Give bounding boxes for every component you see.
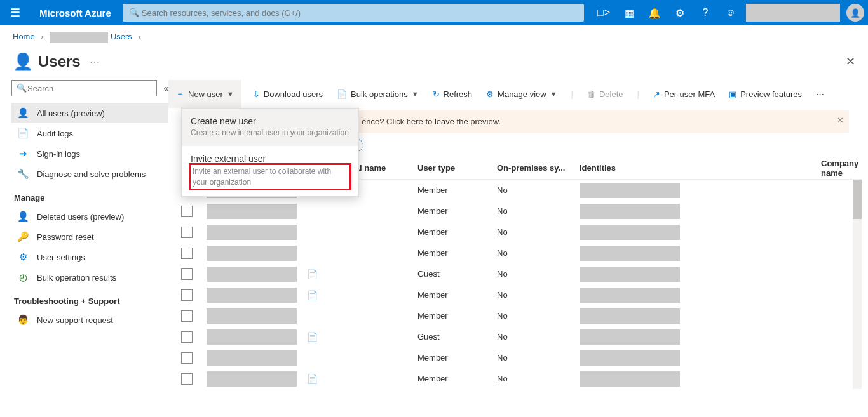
banner-text: ence? Click here to leave the preview. bbox=[362, 117, 501, 126]
table-row[interactable]: MemberNo bbox=[181, 305, 862, 326]
hamburger-icon[interactable]: ☰ bbox=[0, 6, 31, 20]
breadcrumb-users[interactable]: Users bbox=[111, 32, 132, 41]
display-name-redacted bbox=[207, 225, 297, 240]
manage-view-button[interactable]: ⚙Manage view▼ bbox=[486, 89, 557, 99]
directories-icon[interactable]: ▦ bbox=[616, 7, 642, 19]
account-avatar[interactable]: 👤 bbox=[843, 4, 868, 22]
copy-icon[interactable]: 📄 bbox=[307, 269, 318, 279]
cell-onprem: No bbox=[497, 353, 580, 362]
row-checkbox[interactable] bbox=[181, 268, 193, 280]
chevron-down-icon: ▼ bbox=[412, 90, 419, 98]
cell-onprem: No bbox=[497, 269, 580, 279]
more-icon[interactable]: ⋯ bbox=[90, 56, 101, 68]
invite-external-user-item[interactable]: Invite external user Invite an external … bbox=[182, 146, 358, 197]
btn-label: New user bbox=[188, 89, 223, 99]
notifications-icon[interactable]: 🔔 bbox=[642, 7, 667, 19]
cell-onprem: No bbox=[497, 332, 580, 341]
trash-icon: 🗑 bbox=[587, 89, 595, 99]
download-users-button[interactable]: ⇩Download users bbox=[253, 89, 323, 99]
identities-redacted bbox=[580, 246, 680, 261]
nav-deleted-users[interactable]: 👤Deleted users (preview) bbox=[11, 206, 168, 227]
close-icon[interactable]: ✕ bbox=[846, 55, 855, 69]
identities-redacted bbox=[580, 350, 680, 366]
nav-password-reset[interactable]: 🔑Password reset bbox=[11, 227, 168, 247]
scrollbar-thumb[interactable] bbox=[853, 180, 862, 219]
nav-label: Sign-in logs bbox=[37, 149, 80, 159]
col-usertype[interactable]: User type bbox=[417, 163, 497, 173]
table-row[interactable]: MemberNo bbox=[181, 201, 862, 222]
settings-icon[interactable]: ⚙ bbox=[667, 7, 693, 19]
collapse-icon[interactable]: « bbox=[163, 83, 168, 93]
nav-group-troubleshoot: Troubleshooting + Support bbox=[14, 296, 168, 306]
copy-icon[interactable]: 📄 bbox=[307, 290, 318, 300]
dropdown-item-desc: Invite an external user to collaborate w… bbox=[191, 165, 349, 189]
table-row[interactable]: MemberNo bbox=[181, 222, 862, 242]
row-checkbox[interactable] bbox=[181, 248, 193, 259]
nav-bulk-results[interactable]: ◴Bulk operation results bbox=[11, 267, 168, 288]
chevron-down-icon: ▼ bbox=[227, 90, 234, 98]
row-checkbox[interactable] bbox=[181, 352, 193, 364]
table-row[interactable]: 📄GuestNo bbox=[181, 326, 862, 347]
new-user-button[interactable]: ＋New user▼ bbox=[168, 80, 241, 108]
row-checkbox[interactable] bbox=[181, 331, 193, 343]
row-checkbox[interactable] bbox=[181, 373, 193, 385]
nav-user-settings[interactable]: ⚙User settings bbox=[11, 247, 168, 267]
copy-icon[interactable]: 📄 bbox=[307, 374, 318, 384]
feedback-icon[interactable]: ☺ bbox=[718, 7, 743, 18]
col-identities[interactable]: Identities bbox=[580, 163, 691, 173]
table-row[interactable]: 📄GuestNo bbox=[181, 263, 862, 284]
overflow-button[interactable]: ⋯ bbox=[816, 89, 824, 99]
col-company[interactable]: Company name bbox=[821, 159, 862, 178]
per-user-mfa-button[interactable]: ↗Per-user MFA bbox=[653, 89, 715, 99]
page-title: Users bbox=[38, 53, 81, 70]
cell-onprem: No bbox=[497, 290, 580, 300]
table-row[interactable]: MemberNo bbox=[181, 347, 862, 368]
cell-onprem: No bbox=[497, 206, 580, 216]
copy-icon[interactable]: 📄 bbox=[307, 332, 318, 342]
cell-usertype: Member bbox=[417, 311, 497, 321]
command-bar: ＋New user▼ ⇩Download users 📄Bulk operati… bbox=[168, 80, 862, 108]
bulk-operations-button[interactable]: 📄Bulk operations▼ bbox=[337, 89, 419, 99]
scrollbar-track[interactable] bbox=[853, 180, 862, 389]
bulk-icon: ◴ bbox=[17, 272, 29, 283]
refresh-button[interactable]: ↻Refresh bbox=[433, 89, 473, 99]
col-onprem[interactable]: On-premises sy... bbox=[497, 163, 580, 173]
identities-redacted bbox=[580, 308, 680, 324]
cell-onprem: No bbox=[497, 227, 580, 237]
nav-label: User settings bbox=[37, 253, 85, 262]
nav-search-input[interactable] bbox=[11, 80, 157, 96]
close-icon[interactable]: ✕ bbox=[837, 116, 844, 125]
page-title-row: 👤 Users ⋯ ✕ bbox=[0, 50, 868, 80]
preview-features-button[interactable]: ▣Preview features bbox=[729, 89, 802, 99]
dropdown-item-title: Create new user bbox=[191, 116, 349, 126]
table-row[interactable]: 📄MemberNo bbox=[181, 284, 862, 305]
create-new-user-item[interactable]: Create new user Create a new internal us… bbox=[182, 109, 358, 146]
chevron-right-icon: › bbox=[41, 32, 43, 41]
global-search-input[interactable] bbox=[123, 4, 584, 22]
cell-onprem: No bbox=[497, 185, 580, 195]
support-icon: 👨 bbox=[17, 314, 29, 326]
nav-audit-logs[interactable]: 📄Audit logs bbox=[11, 123, 168, 143]
deleted-user-icon: 👤 bbox=[17, 211, 29, 222]
brand-logo[interactable]: Microsoft Azure bbox=[31, 8, 120, 18]
delete-button[interactable]: 🗑Delete bbox=[587, 89, 623, 99]
breadcrumb-home[interactable]: Home bbox=[13, 32, 35, 41]
row-checkbox[interactable] bbox=[181, 227, 193, 238]
btn-label: Preview features bbox=[740, 89, 802, 99]
row-checkbox[interactable] bbox=[181, 310, 193, 322]
row-checkbox[interactable] bbox=[181, 206, 193, 217]
btn-label: Bulk operations bbox=[351, 89, 408, 99]
nav-diagnose[interactable]: 🔧Diagnose and solve problems bbox=[11, 164, 168, 184]
row-checkbox[interactable] bbox=[181, 289, 193, 301]
table-row[interactable]: MemberNo bbox=[181, 242, 862, 263]
cloud-shell-icon[interactable]: □ > bbox=[591, 7, 616, 18]
table-row[interactable]: 📄MemberNo bbox=[181, 368, 862, 389]
help-icon[interactable]: ? bbox=[693, 7, 718, 18]
breadcrumb-tenant-redacted[interactable] bbox=[50, 32, 108, 43]
nav-all-users[interactable]: 👤All users (preview) bbox=[11, 103, 168, 123]
nav-support-request[interactable]: 👨New support request bbox=[11, 310, 168, 330]
nav-signin-logs[interactable]: ➔Sign-in logs bbox=[11, 143, 168, 164]
identities-redacted bbox=[580, 204, 680, 219]
display-name-redacted bbox=[207, 288, 297, 303]
breadcrumb: Home › Users › bbox=[0, 25, 868, 50]
